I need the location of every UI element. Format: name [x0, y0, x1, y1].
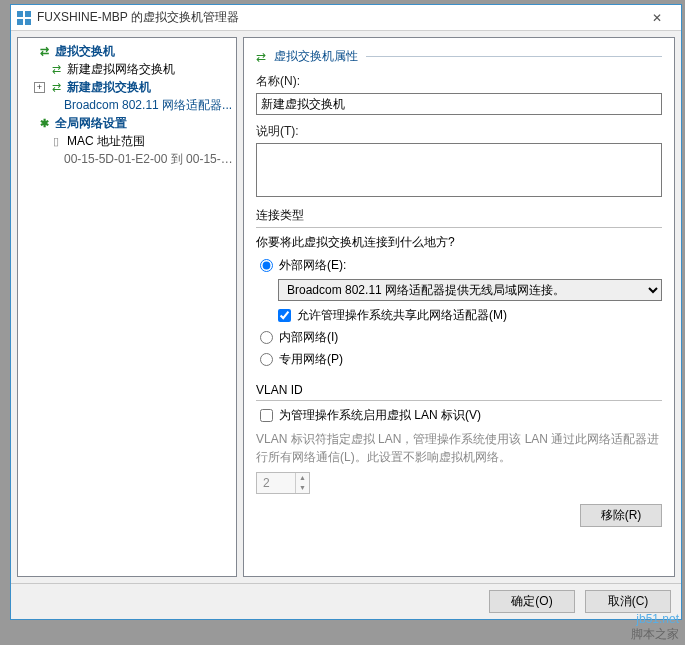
tree-item-mac-value[interactable]: 00-15-5D-01-E2-00 到 00-15-5D-0... — [20, 150, 234, 168]
close-icon: ✕ — [652, 11, 662, 25]
share-label: 允许管理操作系统共享此网络适配器(M) — [297, 307, 507, 324]
remove-button[interactable]: 移除(R) — [580, 504, 662, 527]
body: ⇄ 虚拟交换机 ⇄ 新建虚拟网络交换机 + ⇄ 新建虚拟交换机 Broadcom… — [11, 31, 681, 583]
vlan-enable-checkbox[interactable] — [260, 409, 273, 422]
tree-pane: ⇄ 虚拟交换机 ⇄ 新建虚拟网络交换机 + ⇄ 新建虚拟交换机 Broadcom… — [17, 37, 237, 577]
tree-label: 00-15-5D-01-E2-00 到 00-15-5D-0... — [64, 151, 234, 168]
ok-button[interactable]: 确定(O) — [489, 590, 575, 613]
expand-toggle[interactable]: + — [34, 82, 45, 93]
detail-pane: ⇄ 虚拟交换机属性 名称(N): 说明(T): 连接类型 你要将此虚拟交换机连接… — [243, 37, 675, 577]
radio-internal-input[interactable] — [260, 331, 273, 344]
connection-header: 连接类型 — [256, 207, 662, 224]
tree-header-switches[interactable]: ⇄ 虚拟交换机 — [20, 42, 234, 60]
client-area: ⇄ 虚拟交换机 ⇄ 新建虚拟网络交换机 + ⇄ 新建虚拟交换机 Broadcom… — [11, 31, 681, 619]
connection-section: 连接类型 你要将此虚拟交换机连接到什么地方? 外部网络(E): Broadcom… — [256, 207, 662, 373]
cancel-button[interactable]: 取消(C) — [585, 590, 671, 613]
nic-icon: ▯ — [48, 133, 64, 149]
tree-item-adapter[interactable]: Broadcom 802.11 网络适配器... — [20, 96, 234, 114]
spacer — [22, 118, 33, 129]
watermark-text: 脚本之家 — [631, 626, 679, 643]
tree-item-new-network-switch[interactable]: ⇄ 新建虚拟网络交换机 — [20, 60, 234, 78]
spacer — [22, 46, 33, 57]
tree-header-global[interactable]: ✱ 全局网络设置 — [20, 114, 234, 132]
vlan-id-value: 2 — [257, 476, 295, 490]
divider — [366, 56, 662, 57]
vlan-section: VLAN ID 为管理操作系统启用虚拟 LAN 标识(V) VLAN 标识符指定… — [256, 383, 662, 494]
tree-item-new-switch-selected[interactable]: + ⇄ 新建虚拟交换机 — [20, 78, 234, 96]
window-title: FUXSHINE-MBP 的虚拟交换机管理器 — [37, 9, 637, 26]
radio-private-input[interactable] — [260, 353, 273, 366]
divider — [256, 400, 662, 401]
vlan-hint: VLAN 标识符指定虚拟 LAN，管理操作系统使用该 LAN 通过此网络适配器进… — [256, 430, 662, 466]
switch-icon: ⇄ — [36, 43, 52, 59]
connection-question: 你要将此虚拟交换机连接到什么地方? — [256, 234, 662, 251]
watermark-url: jb51.net — [631, 612, 679, 626]
app-icon — [17, 11, 31, 25]
svg-rect-1 — [25, 11, 31, 17]
switch-icon: ⇄ — [48, 79, 64, 95]
radio-private-label: 专用网络(P) — [279, 351, 343, 368]
adapter-combo[interactable]: Broadcom 802.11 网络适配器提供无线局域网连接。 — [278, 279, 662, 301]
vlan-id-spinner: 2 ▲ ▼ — [256, 472, 310, 494]
tree-label: 新建虚拟交换机 — [67, 79, 151, 96]
desc-textarea[interactable] — [256, 143, 662, 197]
divider — [256, 227, 662, 228]
adapter-select[interactable]: Broadcom 802.11 网络适配器提供无线局域网连接。 — [278, 279, 662, 301]
radio-internal-label: 内部网络(I) — [279, 329, 338, 346]
radio-external-label: 外部网络(E): — [279, 257, 346, 274]
group-title-row: ⇄ 虚拟交换机属性 — [256, 48, 662, 65]
name-label: 名称(N): — [256, 73, 662, 90]
tree-item-mac-range[interactable]: ▯ MAC 地址范围 — [20, 132, 234, 150]
tree-label: 全局网络设置 — [55, 115, 127, 132]
svg-rect-3 — [25, 19, 31, 25]
spin-up-icon[interactable]: ▲ — [295, 473, 309, 483]
svg-rect-2 — [17, 19, 23, 25]
vlan-header: VLAN ID — [256, 383, 662, 397]
tree-label: 虚拟交换机 — [55, 43, 115, 60]
globe-icon: ✱ — [36, 115, 52, 131]
radio-external[interactable]: 外部网络(E): — [260, 257, 662, 274]
radio-internal[interactable]: 内部网络(I) — [260, 329, 662, 346]
external-options: Broadcom 802.11 网络适配器提供无线局域网连接。 允许管理操作系统… — [278, 279, 662, 324]
tree-label: MAC 地址范围 — [67, 133, 145, 150]
switch-icon: ⇄ — [48, 61, 64, 77]
tree: ⇄ 虚拟交换机 ⇄ 新建虚拟网络交换机 + ⇄ 新建虚拟交换机 Broadcom… — [18, 38, 236, 172]
desc-label: 说明(T): — [256, 123, 662, 140]
tree-label: Broadcom 802.11 网络适配器... — [64, 97, 232, 114]
spin-down-icon[interactable]: ▼ — [295, 483, 309, 493]
share-checkbox-row[interactable]: 允许管理操作系统共享此网络适配器(M) — [278, 307, 662, 324]
radio-private[interactable]: 专用网络(P) — [260, 351, 662, 368]
spinner-buttons: ▲ ▼ — [295, 473, 309, 493]
dialog-footer: 确定(O) 取消(C) — [11, 583, 681, 619]
vswitch-manager-window: FUXSHINE-MBP 的虚拟交换机管理器 ✕ ⇄ 虚拟交换机 ⇄ 新建虚拟网… — [10, 4, 682, 620]
switch-icon: ⇄ — [256, 50, 266, 64]
watermark: jb51.net 脚本之家 — [631, 612, 679, 643]
close-button[interactable]: ✕ — [637, 6, 677, 30]
svg-rect-0 — [17, 11, 23, 17]
titlebar: FUXSHINE-MBP 的虚拟交换机管理器 ✕ — [11, 5, 681, 31]
radio-external-input[interactable] — [260, 259, 273, 272]
group-title: 虚拟交换机属性 — [274, 48, 358, 65]
share-checkbox[interactable] — [278, 309, 291, 322]
name-input[interactable] — [256, 93, 662, 115]
vlan-enable-label: 为管理操作系统启用虚拟 LAN 标识(V) — [279, 407, 481, 424]
vlan-enable-row[interactable]: 为管理操作系统启用虚拟 LAN 标识(V) — [260, 407, 662, 424]
tree-label: 新建虚拟网络交换机 — [67, 61, 175, 78]
remove-row: 移除(R) — [256, 504, 662, 527]
